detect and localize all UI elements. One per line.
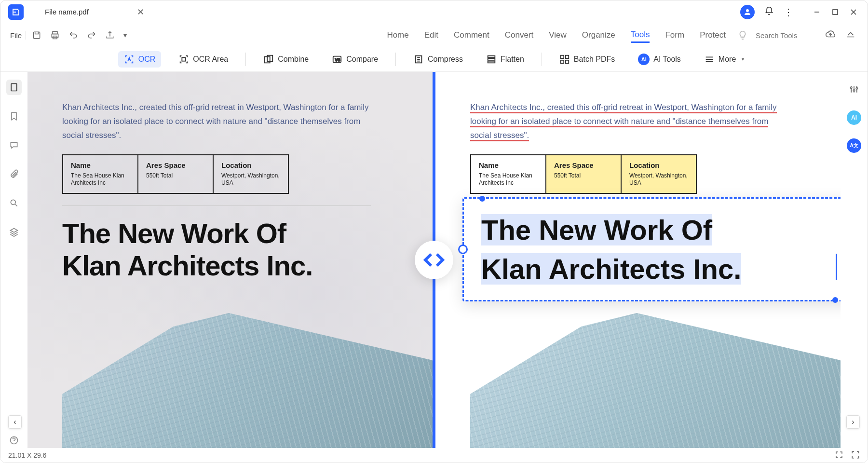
fit-width-icon[interactable] — [835, 450, 843, 461]
menu-edit[interactable]: Edit — [424, 28, 438, 42]
menu-view[interactable]: View — [549, 28, 567, 42]
save-icon[interactable] — [32, 30, 41, 40]
statusbar: 21.01 X 29.6 — [0, 448, 868, 463]
next-page-button[interactable]: › — [846, 415, 860, 429]
menu-comment[interactable]: Comment — [454, 28, 489, 42]
svg-point-33 — [853, 90, 854, 91]
more-button[interactable]: More ▾ — [698, 51, 750, 68]
menu-protect[interactable]: Protect — [700, 28, 726, 42]
minimize-icon[interactable] — [813, 8, 821, 16]
svg-rect-2 — [833, 10, 838, 14]
right-sidebar: AI A文 — [841, 72, 868, 448]
file-menu[interactable]: File — [6, 31, 26, 40]
batch-icon — [559, 54, 570, 65]
document-tab[interactable]: File name.pdf ✕ — [39, 7, 150, 17]
user-avatar-icon[interactable] — [740, 5, 755, 19]
redo-icon[interactable] — [87, 30, 96, 40]
ocr-area-button[interactable]: OCR Area — [173, 51, 234, 68]
close-window-icon[interactable] — [849, 8, 858, 16]
ai-tools-button[interactable]: AI AI Tools — [632, 51, 687, 68]
ocr-button[interactable]: OCR — [118, 51, 162, 68]
collapse-icon[interactable] — [845, 29, 856, 41]
undo-icon[interactable] — [68, 30, 78, 40]
layers-icon[interactable] — [6, 224, 22, 240]
menu-home[interactable]: Home — [387, 28, 408, 42]
tab-filename: File name.pdf — [45, 8, 89, 16]
compress-icon — [413, 54, 424, 65]
building-image — [470, 313, 841, 448]
compare-slider-handle[interactable] — [415, 241, 453, 279]
svg-rect-20 — [561, 60, 564, 63]
tools-toolbar: OCR OCR Area Combine VS Compare Compress… — [0, 47, 868, 72]
menubar: File ▾ Home Edit Comment Convert View Or… — [0, 24, 868, 47]
settings-sliders-icon[interactable] — [846, 82, 862, 97]
svg-rect-16 — [488, 58, 495, 60]
combine-button[interactable]: Combine — [258, 51, 314, 68]
selection-dot[interactable] — [479, 196, 485, 202]
kebab-menu-icon[interactable]: ⋮ — [784, 6, 793, 18]
intro-text-right: Khan Architects Inc., created this off-g… — [470, 101, 779, 143]
ocr-icon — [124, 54, 135, 65]
prev-page-button[interactable]: ‹ — [8, 415, 22, 429]
intro-text-left: Khan Architects Inc., created this off-g… — [62, 101, 371, 143]
menu-form[interactable]: Form — [665, 28, 684, 42]
chevron-down-icon: ▾ — [742, 56, 744, 62]
attachment-icon[interactable] — [6, 166, 22, 182]
batch-pdfs-button[interactable]: Batch PDFs — [554, 51, 621, 68]
ai-badge-icon: AI — [638, 54, 650, 65]
page-dimensions: 21.01 X 29.6 — [8, 451, 46, 459]
flatten-icon — [486, 54, 497, 65]
dropdown-icon[interactable]: ▾ — [123, 31, 127, 39]
svg-rect-15 — [488, 55, 495, 57]
building-image — [62, 313, 433, 448]
content-area: Khan Architects Inc., created this off-g… — [0, 72, 868, 448]
page-compared: Khan Architects Inc., created this off-g… — [435, 72, 841, 448]
page-original: Khan Architects Inc., created this off-g… — [27, 72, 433, 448]
svg-point-32 — [851, 87, 852, 88]
print-icon[interactable] — [50, 30, 60, 40]
svg-rect-21 — [566, 60, 569, 63]
selection-dot[interactable] — [832, 297, 838, 303]
svg-point-34 — [856, 88, 857, 89]
flatten-button[interactable]: Flatten — [480, 51, 530, 68]
text-cursor — [836, 254, 837, 280]
app-logo-icon[interactable] — [8, 4, 24, 20]
thumbnails-icon[interactable] — [6, 80, 22, 95]
compare-icon: VS — [332, 54, 342, 65]
svg-line-27 — [15, 204, 17, 206]
maximize-icon[interactable] — [831, 8, 840, 16]
compress-button[interactable]: Compress — [407, 51, 469, 68]
close-tab-icon[interactable]: ✕ — [137, 7, 144, 17]
svg-rect-19 — [566, 55, 569, 58]
translate-icon[interactable]: A文 — [847, 138, 861, 153]
svg-rect-18 — [561, 55, 564, 58]
info-table-right: NameThe Sea House Klan Architects Inc Ar… — [470, 154, 697, 194]
info-table-left: NameThe Sea House Klan Architects Inc Ar… — [62, 154, 289, 194]
menu-convert[interactable]: Convert — [505, 28, 534, 42]
text-edit-selection[interactable]: The New Work Of Klan Architects Inc. — [462, 197, 841, 301]
svg-point-26 — [11, 200, 15, 204]
lightbulb-icon[interactable] — [737, 30, 748, 41]
page-title-left: The New Work OfKlan Architects Inc. — [62, 218, 398, 282]
compare-view: Khan Architects Inc., created this off-g… — [27, 72, 841, 448]
svg-rect-5 — [34, 32, 40, 38]
menu-organize[interactable]: Organize — [582, 28, 615, 42]
help-icon[interactable] — [6, 433, 22, 448]
svg-rect-9 — [182, 57, 186, 61]
resize-handle-left[interactable] — [458, 245, 468, 254]
share-icon[interactable] — [105, 30, 115, 40]
ai-assistant-icon[interactable]: AI — [847, 110, 861, 125]
bookmark-icon[interactable] — [6, 109, 22, 124]
compare-button[interactable]: VS Compare — [326, 51, 384, 68]
svg-rect-17 — [488, 61, 495, 63]
bell-icon[interactable] — [764, 6, 774, 18]
left-sidebar — [0, 72, 27, 448]
search-tools-input[interactable] — [756, 31, 823, 40]
cloud-upload-icon[interactable] — [825, 29, 836, 41]
menu-tools[interactable]: Tools — [631, 28, 650, 43]
search-icon[interactable] — [6, 195, 22, 211]
comment-icon[interactable] — [6, 137, 22, 153]
fullscreen-icon[interactable] — [851, 450, 860, 461]
svg-rect-25 — [11, 84, 17, 91]
more-icon — [704, 54, 715, 65]
